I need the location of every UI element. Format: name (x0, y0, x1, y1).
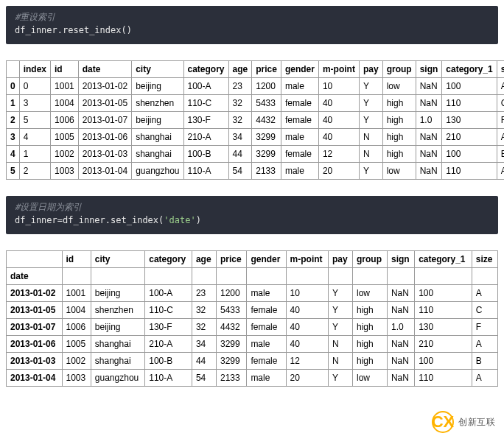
code-cell-set-index: #设置日期为索引 df_inner=df_inner.set_index('da… (6, 196, 498, 234)
cell: low (353, 285, 388, 302)
cell: N (328, 353, 352, 370)
cell: 130 (415, 319, 472, 336)
cell: A (497, 78, 504, 95)
cell: shanghai (132, 146, 183, 163)
cell: 2013-01-02 (78, 78, 131, 95)
cell: 5433 (216, 302, 246, 319)
row-index: 2013-01-03 (7, 353, 63, 370)
cell: 110 (415, 302, 472, 319)
cell: NaN (416, 146, 442, 163)
cell: 1001 (51, 78, 79, 95)
cell: NaN (387, 336, 414, 353)
cell: female (281, 146, 318, 163)
cell (415, 268, 472, 285)
cell: 210-A (183, 129, 228, 146)
column-header: price (216, 251, 246, 268)
column-header: city (132, 61, 183, 78)
cell: female (281, 95, 318, 112)
column-header: group (382, 61, 416, 78)
column-header: city (91, 251, 144, 268)
table-row: 1310042013-01-05shenzhen110-C325433femal… (7, 95, 505, 112)
cell: 130 (442, 112, 497, 129)
cell: 40 (286, 336, 328, 353)
cell: 1005 (62, 336, 91, 353)
cell: 20 (318, 163, 359, 180)
cell: NaN (387, 302, 414, 319)
cell (62, 268, 91, 285)
cell (192, 268, 216, 285)
column-header: age (228, 61, 252, 78)
cell: 4432 (216, 319, 246, 336)
column-header: group (353, 251, 388, 268)
cell: 1.0 (416, 112, 442, 129)
dataframe-set-index: idcitycategoryagepricegenderm-pointpaygr… (6, 250, 498, 387)
cell: male (281, 129, 318, 146)
cell: 3299 (216, 336, 246, 353)
row-index: 4 (7, 146, 20, 163)
cell: male (247, 370, 286, 387)
cell: N (359, 146, 382, 163)
code-fragment: ) (196, 215, 201, 225)
cell: 1004 (62, 302, 91, 319)
row-index: 3 (7, 129, 20, 146)
table-row: 2013-01-061005shanghai210-A343299male40N… (7, 336, 498, 353)
column-header: gender (281, 61, 318, 78)
cell: Y (328, 370, 352, 387)
cell: 3 (19, 95, 50, 112)
cell: 210-A (145, 336, 192, 353)
column-header: id (62, 251, 91, 268)
cell: 1003 (51, 163, 79, 180)
cell: N (328, 336, 352, 353)
cell: 54 (192, 370, 216, 387)
cell: C (497, 95, 504, 112)
cell: 32 (228, 95, 252, 112)
cell: 44 (228, 146, 252, 163)
cell: Y (328, 285, 352, 302)
cell: 1.0 (387, 319, 414, 336)
cell: guangzhou (91, 370, 144, 387)
cell: 40 (286, 302, 328, 319)
cell: NaN (416, 78, 442, 95)
cell: B (497, 146, 504, 163)
cell: 44 (192, 353, 216, 370)
code-string: 'date' (164, 215, 195, 225)
cell: high (353, 353, 388, 370)
cell: 1001 (62, 285, 91, 302)
cell: 20 (286, 370, 328, 387)
cell (91, 268, 144, 285)
row-index: 1 (7, 95, 20, 112)
code-cell-reset-index: #重设索引 df_inner.reset_index() (6, 6, 498, 44)
cell: beijing (91, 319, 144, 336)
cell: 23 (192, 285, 216, 302)
table-row: 2013-01-051004shenzhen110-C325433female4… (7, 302, 498, 319)
row-index: 2013-01-04 (7, 370, 63, 387)
cell: shanghai (132, 129, 183, 146)
column-header: index (19, 61, 50, 78)
cell: 1003 (62, 370, 91, 387)
cell (472, 268, 497, 285)
cell: high (353, 302, 388, 319)
row-index: 2013-01-07 (7, 319, 63, 336)
cell: 2 (19, 163, 50, 180)
cell: shenzhen (132, 95, 183, 112)
column-header: id (51, 61, 79, 78)
cell: 5433 (252, 95, 281, 112)
cell: male (281, 78, 318, 95)
cell: female (281, 112, 318, 129)
cell: A (472, 285, 497, 302)
code-line: df_inner.reset_index() (15, 25, 132, 35)
cell: 1006 (62, 319, 91, 336)
cell: 4 (19, 129, 50, 146)
cell: 1200 (216, 285, 246, 302)
column-header: size (497, 61, 504, 78)
cell: 110-A (183, 163, 228, 180)
cell: high (382, 112, 416, 129)
cell: Y (359, 163, 382, 180)
column-header: pay (328, 251, 352, 268)
cell: 110-C (145, 302, 192, 319)
cell: 1200 (252, 78, 281, 95)
cell: 210 (442, 129, 497, 146)
cell: 10 (286, 285, 328, 302)
cell: 54 (228, 163, 252, 180)
cell: 1005 (51, 129, 79, 146)
